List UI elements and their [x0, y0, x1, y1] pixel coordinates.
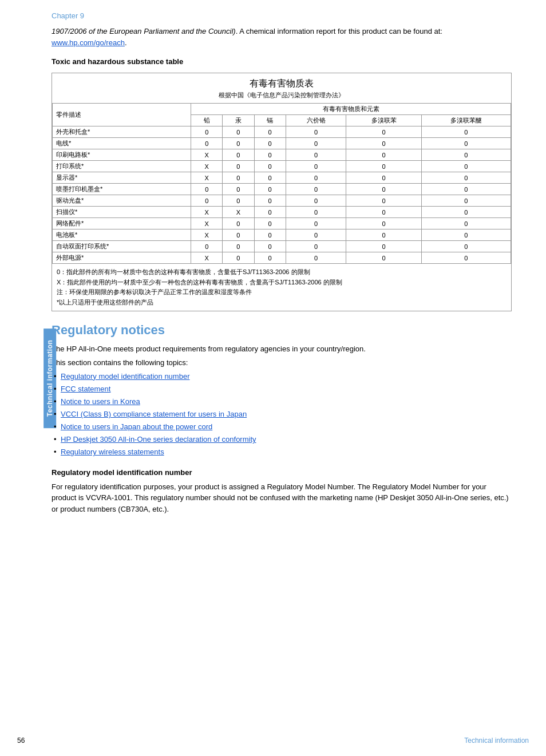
- cell-value: 0: [421, 195, 511, 207]
- col-lead: 铅: [191, 115, 223, 126]
- cell-value: 0: [421, 126, 511, 138]
- cell-value: 0: [286, 229, 346, 241]
- cell-value: 0: [223, 138, 254, 149]
- cell-value: 0: [346, 126, 421, 138]
- col-mercury: 汞: [223, 115, 254, 126]
- cell-value: 0: [421, 229, 511, 241]
- cell-description: 网络配件*: [53, 218, 191, 229]
- cell-value: X: [223, 207, 254, 218]
- table-note: X：指此部件使用的均一材质中至少有一种包含的这种有毒有害物质，含量高于SJ/T1…: [57, 278, 507, 288]
- table-row: 显示器*X00000: [53, 172, 511, 184]
- topic-item: Notice to users in Korea: [61, 395, 512, 408]
- intro-before-link: 1907/2006 of the European Parliament and…: [52, 27, 236, 35]
- table-row: 电池板*X00000: [53, 229, 511, 241]
- cell-value: 0: [286, 207, 346, 218]
- hazardous-table-container: 有毒有害物质表 根据中国《电子信息产品污染控制管理办法》 零件描述 有毒有害物质…: [52, 73, 512, 311]
- cell-value: 0: [254, 229, 286, 241]
- cell-value: 0: [191, 241, 223, 252]
- page-number: 56: [17, 737, 25, 745]
- topic-link[interactable]: Regulatory wireless statements: [61, 448, 164, 456]
- cell-value: 0: [346, 195, 421, 207]
- table-row: 自动双面打印系统*000000: [53, 241, 511, 252]
- cell-value: 0: [223, 218, 254, 229]
- cell-value: X: [191, 149, 223, 161]
- intro-after-italic: . A chemical information report for this…: [236, 27, 442, 35]
- hazardous-table: 零件描述 有毒有害物质和元素 铅 汞 镉 六价铬 多溴联苯 多溴联苯醚 外壳和托…: [52, 103, 511, 264]
- cell-value: 0: [254, 218, 286, 229]
- cell-value: 0: [286, 241, 346, 252]
- reach-link[interactable]: www.hp.com/go/reach: [52, 38, 125, 47]
- topic-link[interactable]: VCCI (Class B) compliance statement for …: [61, 410, 247, 418]
- cell-value: 0: [254, 126, 286, 138]
- table-row: 驱动光盘*000000: [53, 195, 511, 207]
- topic-link[interactable]: Notice to users in Japan about the power…: [61, 422, 212, 431]
- section-heading: Toxic and hazardous substance table: [52, 57, 512, 66]
- cell-value: 0: [346, 149, 421, 161]
- cell-value: 0: [286, 195, 346, 207]
- regulatory-heading: Regulatory notices: [52, 323, 512, 338]
- cell-description: 外壳和托盒*: [53, 126, 191, 138]
- cell-value: 0: [254, 184, 286, 195]
- table-row: 外壳和托盒*000000: [53, 126, 511, 138]
- topic-link[interactable]: Notice to users in Korea: [61, 397, 140, 406]
- table-title: 有毒有害物质表: [52, 73, 511, 91]
- table-subtitle: 根据中国《电子信息产品污染控制管理办法》: [52, 91, 511, 103]
- table-row: 印刷电路板*X00000: [53, 149, 511, 161]
- cell-value: X: [191, 172, 223, 184]
- cell-value: 0: [286, 138, 346, 149]
- table-row: 外部电源*X00000: [53, 252, 511, 264]
- cell-description: 显示器*: [53, 172, 191, 184]
- cell-value: 0: [346, 252, 421, 264]
- topic-link[interactable]: Regulatory model identification number: [61, 372, 189, 381]
- topic-item: Notice to users in Japan about the power…: [61, 421, 512, 433]
- chapter-label: Chapter 9: [52, 11, 512, 20]
- cell-value: 0: [346, 138, 421, 149]
- cell-description: 印刷电路板*: [53, 149, 191, 161]
- cell-description: 喷墨打印机墨盒*: [53, 184, 191, 195]
- cell-value: 0: [286, 149, 346, 161]
- cell-description: 打印系统*: [53, 161, 191, 172]
- table-row: 网络配件*X00000: [53, 218, 511, 229]
- col-header-description: 零件描述: [53, 104, 191, 126]
- cell-value: X: [191, 161, 223, 172]
- cell-value: 0: [346, 161, 421, 172]
- cell-value: 0: [346, 172, 421, 184]
- cell-value: 0: [223, 252, 254, 264]
- topic-item: VCCI (Class B) compliance statement for …: [61, 408, 512, 421]
- table-row: 喷墨打印机墨盒*000000: [53, 184, 511, 195]
- cell-value: 0: [223, 229, 254, 241]
- intro-italic: 1907/2006 of the European Parliament and…: [52, 27, 236, 35]
- cell-value: 0: [421, 241, 511, 252]
- reg-model-body: For regulatory identification purposes, …: [52, 481, 512, 515]
- topic-link[interactable]: HP Deskjet 3050 All-in-One series declar…: [61, 435, 256, 444]
- cell-value: 0: [254, 241, 286, 252]
- cell-value: 0: [254, 207, 286, 218]
- col-hexchrome: 六价铬: [286, 115, 346, 126]
- cell-value: 0: [254, 172, 286, 184]
- topics-label: This section contains the following topi…: [52, 358, 512, 367]
- cell-description: 驱动光盘*: [53, 195, 191, 207]
- page-footer: 56 Technical information: [17, 737, 529, 745]
- col-pbde: 多溴联苯醚: [421, 115, 511, 126]
- cell-value: 0: [346, 241, 421, 252]
- cell-value: X: [191, 218, 223, 229]
- table-row: 电线*000000: [53, 138, 511, 149]
- topic-item: Regulatory wireless statements: [61, 446, 512, 458]
- cell-value: 0: [421, 149, 511, 161]
- topic-link[interactable]: FCC statement: [61, 385, 110, 393]
- cell-value: 0: [223, 149, 254, 161]
- cell-value: 0: [254, 149, 286, 161]
- cell-value: 0: [286, 126, 346, 138]
- cell-value: 0: [223, 126, 254, 138]
- cell-description: 自动双面打印系统*: [53, 241, 191, 252]
- cell-description: 电线*: [53, 138, 191, 149]
- cell-value: 0: [254, 252, 286, 264]
- cell-value: X: [191, 207, 223, 218]
- cell-description: 外部电源*: [53, 252, 191, 264]
- cell-value: 0: [346, 218, 421, 229]
- cell-value: 0: [421, 184, 511, 195]
- cell-value: 0: [421, 207, 511, 218]
- cell-value: 0: [191, 138, 223, 149]
- cell-value: 0: [286, 218, 346, 229]
- cell-value: 0: [223, 172, 254, 184]
